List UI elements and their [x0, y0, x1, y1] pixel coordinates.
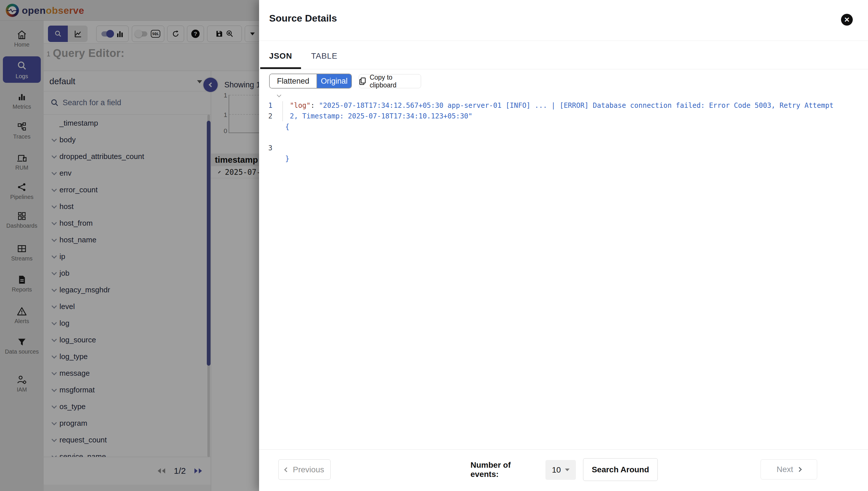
code-line: 3 }	[259, 132, 857, 143]
divider	[259, 449, 868, 450]
modal-title: Source Details	[269, 13, 337, 24]
close-icon: ✕	[844, 17, 849, 23]
previous-button[interactable]: Previous	[278, 459, 331, 480]
tab-table[interactable]: TABLE	[301, 45, 347, 67]
number-of-events-label: Number of events:	[470, 459, 539, 480]
code-line: 1 {	[259, 90, 857, 100]
indent-guide	[282, 101, 283, 121]
close-button[interactable]: ✕	[841, 14, 853, 26]
chevron-right-icon	[797, 467, 802, 472]
json-key: "log"	[290, 102, 310, 110]
app-root: openobserve Home Logs	[0, 0, 868, 491]
close-brace: }	[285, 153, 289, 164]
json-code-block: 1 { 2 "log": "2025-07-18T17:34:12.567+05…	[259, 90, 857, 143]
flattened-button[interactable]: Flattened	[270, 74, 317, 88]
number-of-events-select[interactable]: 10	[546, 460, 576, 480]
copy-icon	[359, 77, 366, 85]
source-details-modal: Source Details ✕ JSON TABLE Flattened Or…	[259, 0, 868, 491]
json-colon: :	[310, 102, 319, 110]
line-number: 3	[268, 143, 278, 153]
json-view-toggle: Flattened Original	[269, 74, 352, 89]
copy-to-clipboard-button[interactable]: Copy to clipboard	[359, 74, 421, 88]
tab-json[interactable]: JSON	[260, 45, 301, 67]
copy-button-label: Copy to clipboard	[370, 74, 421, 89]
next-button[interactable]: Next	[761, 459, 817, 480]
search-around-label: Search Around	[592, 465, 649, 474]
fold-chevron-icon[interactable]	[277, 93, 281, 97]
events-select-value: 10	[552, 465, 561, 474]
search-around-button[interactable]: Search Around	[583, 458, 658, 481]
divider	[259, 40, 868, 41]
chevron-left-icon	[284, 467, 289, 472]
next-button-label: Next	[777, 465, 793, 474]
chevron-down-icon	[565, 469, 569, 471]
previous-button-label: Previous	[293, 465, 324, 474]
json-string-value: "2025-07-18T17:34:12.567+05:30 app-serve…	[290, 102, 838, 120]
json-log-entry: "log": "2025-07-18T17:34:12.567+05:30 ap…	[290, 100, 844, 122]
original-button[interactable]: Original	[317, 74, 351, 88]
code-line: 2 "log": "2025-07-18T17:34:12.567+05:30 …	[259, 100, 857, 132]
line-number: 2	[268, 111, 278, 122]
